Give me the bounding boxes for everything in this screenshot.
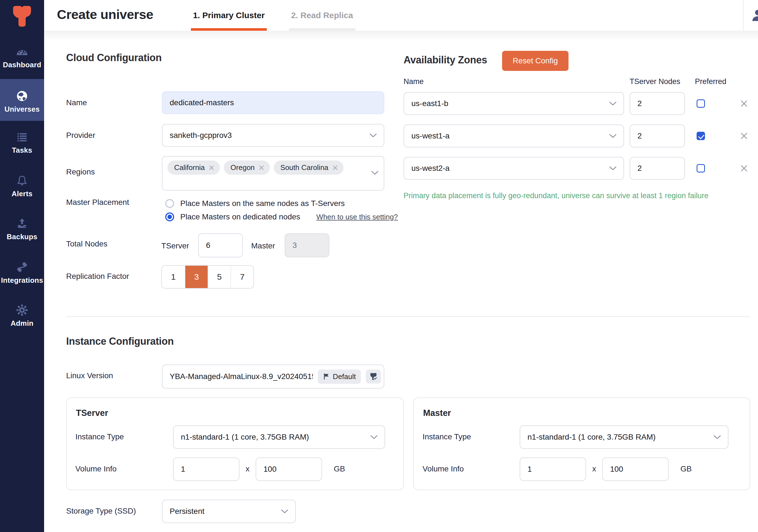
region-chip-label: Oregon bbox=[230, 163, 255, 172]
linux-version-select[interactable]: YBA-Managed-AlmaLinux-8.9_v20240515 Defa… bbox=[162, 365, 384, 389]
chevron-down-icon bbox=[281, 509, 289, 514]
preferred-checkbox-2[interactable] bbox=[697, 164, 705, 172]
volume-info-label: Volume Info bbox=[75, 464, 117, 474]
sidebar-item-tasks[interactable]: Tasks bbox=[0, 127, 44, 160]
tserver-nodes-input[interactable] bbox=[199, 241, 242, 250]
az-nodes-field bbox=[630, 124, 685, 147]
total-nodes-label: Total Nodes bbox=[66, 239, 107, 248]
chevron-down-icon bbox=[609, 101, 617, 106]
multiply-symbol: x bbox=[246, 464, 250, 474]
az-nodes-input[interactable] bbox=[630, 164, 684, 173]
sidebar-item-universes[interactable]: Universes bbox=[0, 79, 44, 121]
sidebar-item-backups[interactable]: Backups bbox=[0, 214, 44, 246]
master-nodes-field bbox=[285, 233, 329, 257]
storage-type-label: Storage Type (SSD) bbox=[66, 507, 136, 515]
tserver-volume-size-input[interactable] bbox=[256, 465, 322, 474]
yugabyte-logo-icon[interactable] bbox=[9, 4, 35, 28]
master-panel-title: Master bbox=[423, 408, 451, 418]
instance-type-value: n1-standard-1 (1 core, 3.75GB RAM) bbox=[528, 433, 656, 442]
chevron-down-icon bbox=[371, 170, 379, 175]
yba-managed-icon[interactable] bbox=[366, 370, 381, 383]
master-instance-type-select[interactable]: n1-standard-1 (1 core, 3.75GB RAM) bbox=[520, 425, 728, 449]
remove-az-icon[interactable] bbox=[740, 100, 748, 107]
plug-icon bbox=[16, 261, 28, 273]
remove-region-icon[interactable] bbox=[259, 165, 264, 170]
cloud-configuration-title: Cloud Configuration bbox=[66, 52, 161, 64]
preferred-checkbox-0[interactable] bbox=[697, 99, 705, 108]
remove-az-icon[interactable] bbox=[740, 132, 748, 140]
az-zone-select[interactable]: us-west2-a bbox=[403, 157, 624, 180]
az-zone-select[interactable]: us-east1-b bbox=[403, 92, 624, 115]
backup-upload-icon bbox=[16, 217, 28, 230]
sidebar-item-dashboard[interactable]: Dashboard bbox=[0, 42, 44, 74]
radio-row-same-nodes: Place Masters on the same nodes as T-Ser… bbox=[165, 199, 345, 208]
user-icon[interactable] bbox=[750, 8, 758, 23]
replication-factor-selector: 1 3 5 7 bbox=[161, 265, 254, 289]
sidebar-item-label: Alerts bbox=[12, 190, 33, 198]
az-nodes-input[interactable] bbox=[630, 99, 684, 108]
radio-dedicated-nodes[interactable] bbox=[165, 212, 174, 221]
tab-read-replica[interactable]: 2. Read Replica bbox=[289, 0, 355, 31]
when-to-use-link[interactable]: When to use this setting? bbox=[317, 213, 398, 221]
tserver-nodes-field bbox=[198, 233, 243, 257]
sidebar: Dashboard Universes bbox=[0, 0, 44, 532]
az-zone-select[interactable]: us-west1-a bbox=[403, 124, 624, 147]
provider-select[interactable]: sanketh-gcpprov3 bbox=[162, 124, 384, 147]
reset-config-button[interactable]: Reset Config bbox=[502, 51, 568, 71]
sidebar-item-label: Tasks bbox=[12, 146, 32, 155]
sidebar-item-alerts[interactable]: Alerts bbox=[0, 171, 44, 203]
master-volume-size-field bbox=[602, 457, 669, 481]
storage-type-select[interactable]: Persistent bbox=[162, 500, 296, 523]
availability-zones-title: Availability Zones bbox=[403, 54, 487, 66]
sidebar-item-label: Admin bbox=[11, 319, 33, 328]
storage-type-value: Persistent bbox=[170, 507, 205, 516]
az-zone-value: us-east1-b bbox=[411, 99, 448, 108]
az-zone-value: us-west1-a bbox=[411, 131, 450, 140]
master-volume-count-input[interactable] bbox=[520, 465, 586, 474]
instance-type-label: Instance Type bbox=[423, 432, 471, 441]
radio-row-dedicated: Place Masters on dedicated nodes When to… bbox=[165, 212, 398, 221]
region-chip-label: California bbox=[174, 163, 205, 172]
radio-same-nodes-label: Place Masters on the same nodes as T-Ser… bbox=[180, 199, 345, 208]
tserver-volume-count-input[interactable] bbox=[174, 465, 239, 474]
linux-version-label: Linux Version bbox=[66, 371, 113, 380]
radio-same-nodes[interactable] bbox=[165, 199, 174, 208]
topbar-divider bbox=[743, 0, 743, 31]
task-list-icon bbox=[16, 131, 28, 143]
tserver-instance-type-select[interactable]: n1-standard-1 (1 core, 3.75GB RAM) bbox=[173, 425, 385, 449]
az-zone-value: us-west2-a bbox=[411, 164, 450, 173]
master-placement-label: Master Placement bbox=[66, 198, 129, 207]
tab-label: 1. Primary Cluster bbox=[193, 11, 265, 20]
az-nodes-input[interactable] bbox=[630, 131, 684, 140]
rf-option-1[interactable]: 1 bbox=[162, 266, 185, 288]
az-nodes-field bbox=[630, 157, 685, 180]
tserver-volume-size-field bbox=[256, 457, 322, 481]
regions-multiselect[interactable]: California Oregon South Carolina bbox=[162, 156, 384, 191]
multiply-symbol: x bbox=[592, 464, 596, 474]
volume-unit-label: GB bbox=[680, 464, 692, 474]
remove-az-icon[interactable] bbox=[740, 164, 748, 172]
sidebar-item-label: Dashboard bbox=[3, 60, 41, 69]
total-master-label: Master bbox=[251, 241, 275, 250]
region-chip-label: South Carolina bbox=[281, 163, 328, 172]
remove-region-icon[interactable] bbox=[332, 165, 338, 170]
regions-label: Regions bbox=[66, 167, 95, 176]
preferred-checkbox-1[interactable] bbox=[697, 132, 705, 140]
az-col-preferred: Preferred bbox=[695, 77, 726, 86]
default-badge-label: Default bbox=[333, 372, 356, 381]
az-col-nodes: TServer Nodes bbox=[630, 77, 680, 86]
rf-option-3[interactable]: 3 bbox=[185, 266, 208, 288]
sidebar-item-admin[interactable]: Admin bbox=[0, 300, 44, 333]
rf-option-5[interactable]: 5 bbox=[208, 266, 230, 288]
gear-icon bbox=[16, 304, 28, 316]
universe-name-field bbox=[162, 91, 384, 114]
remove-region-icon[interactable] bbox=[209, 165, 214, 170]
flag-icon bbox=[323, 373, 330, 380]
universe-name-input[interactable] bbox=[162, 98, 384, 107]
placement-status-message: Primary data placement is fully geo-redu… bbox=[403, 192, 708, 200]
tab-primary-cluster[interactable]: 1. Primary Cluster bbox=[191, 0, 267, 31]
topbar-shadow bbox=[44, 31, 758, 40]
rf-option-7[interactable]: 7 bbox=[230, 266, 254, 288]
master-volume-size-input[interactable] bbox=[603, 465, 668, 474]
sidebar-item-integrations[interactable]: Integrations bbox=[0, 257, 44, 290]
